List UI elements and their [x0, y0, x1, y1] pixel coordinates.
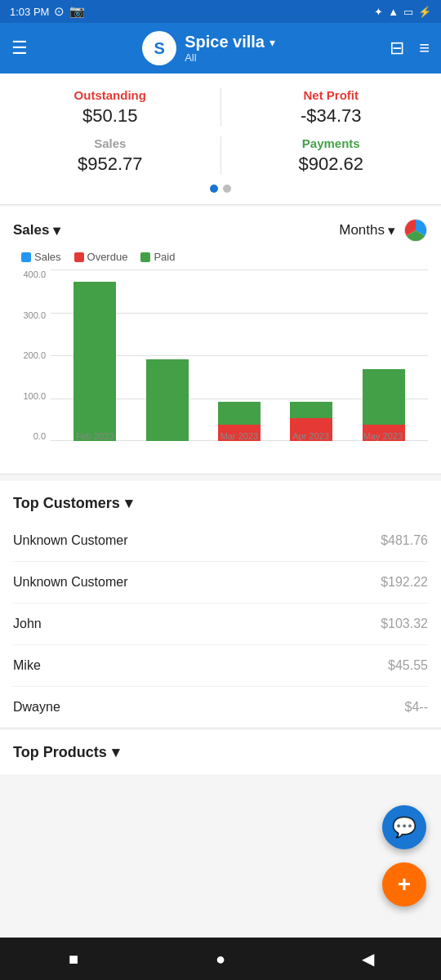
- customer-value-3: $103.32: [381, 617, 428, 631]
- y-label-300: 300.0: [23, 310, 46, 320]
- bar-feb1-paid: [74, 282, 116, 441]
- x-label-apr: Apr 2023: [292, 431, 329, 441]
- payments-value: $902.62: [229, 154, 434, 175]
- customer-value-5: $4--: [405, 700, 428, 715]
- payments-card: Payments $902.62: [220, 136, 442, 175]
- time-display: 1:03 PM: [10, 6, 49, 18]
- top-products-section: Top Products ▾: [0, 730, 441, 774]
- customer-value-4: $45.55: [388, 658, 428, 673]
- video-icon: 📷: [69, 4, 85, 19]
- bottom-navigation-bar: ■ ● ◀: [0, 938, 441, 980]
- top-products-title: Top Products: [13, 744, 107, 761]
- top-navigation: ☰ S Spice villa ▾ All ⊟ ≡: [0, 23, 441, 74]
- bar-mar-paid: [218, 402, 261, 425]
- legend-overdue: Overdue: [74, 251, 128, 263]
- add-fab-icon: +: [398, 871, 411, 898]
- bar-group-feb-1: [74, 282, 116, 441]
- customer-name-2: Unknown Customer: [13, 575, 128, 590]
- chart-header: Sales ▾ Months ▾: [13, 218, 428, 243]
- customer-row-4[interactable]: Mike $45.55: [13, 645, 428, 687]
- back-button[interactable]: ◀: [351, 942, 384, 975]
- bar-apr-paid: [290, 402, 332, 418]
- customer-row-3[interactable]: John $103.32: [13, 604, 428, 645]
- back-icon: ◀: [362, 949, 374, 969]
- dot-1: [210, 185, 218, 193]
- nav-subtitle: All: [185, 51, 275, 64]
- circle-icon: ⊙: [54, 4, 65, 19]
- months-button[interactable]: Months ▾: [339, 222, 395, 239]
- divider-2: [0, 474, 441, 474]
- top-customers-title: Top Customers: [13, 495, 120, 512]
- status-bar-left: 1:03 PM ⊙ 📷: [10, 4, 85, 19]
- outstanding-card: Outstanding $50.15: [0, 88, 220, 127]
- filter-icon[interactable]: ≡: [419, 38, 430, 59]
- customer-value-2: $192.22: [381, 575, 428, 590]
- top-customers-section: Top Customers ▾ Unknown Customer $481.76…: [0, 481, 441, 728]
- x-label-mar: Mar 2023: [220, 431, 258, 441]
- divider-3: [0, 728, 441, 728]
- home-icon: ●: [216, 950, 225, 969]
- legend-sales-label: Sales: [34, 251, 61, 263]
- customer-name-5: Dwayne: [13, 700, 60, 715]
- months-chevron: ▾: [388, 222, 395, 239]
- chart-title-chevron: ▾: [53, 222, 60, 239]
- bar-group-feb-2: [146, 359, 189, 441]
- outstanding-label: Outstanding: [8, 88, 212, 102]
- customer-name-4: Mike: [13, 658, 41, 673]
- customer-row-1[interactable]: Unknown Customer $481.76: [13, 520, 428, 562]
- summary-section: Outstanding $50.15 Net Profit -$34.73 Sa…: [0, 74, 441, 204]
- months-label: Months: [339, 222, 385, 238]
- outstanding-value: $50.15: [8, 105, 212, 127]
- legend-red-dot: [74, 252, 84, 262]
- x-axis-labels: Feb 2023 Feb 2023 Mar 2023 Apr 2023 May …: [51, 431, 428, 441]
- print-icon[interactable]: ⊟: [390, 38, 404, 59]
- nav-title-group: Spice villa ▾ All: [185, 33, 275, 64]
- bluetooth-icon: ✦: [374, 6, 383, 18]
- customer-row-5[interactable]: Dwayne $4--: [13, 687, 428, 728]
- sales-card: Sales $952.77: [0, 136, 220, 175]
- legend-paid: Paid: [140, 251, 175, 263]
- x-label-feb1: Feb 2023: [76, 431, 114, 441]
- chart-title-button[interactable]: Sales ▾: [13, 222, 60, 239]
- stop-button[interactable]: ■: [57, 942, 90, 975]
- avatar: S: [142, 31, 176, 65]
- divider-1: [0, 204, 441, 205]
- net-profit-value: -$34.73: [229, 105, 434, 127]
- pie-chart-icon[interactable]: [403, 218, 428, 243]
- nav-right-icons: ⊟ ≡: [390, 38, 430, 59]
- dot-2: [223, 185, 231, 193]
- payments-label: Payments: [229, 136, 434, 150]
- sales-label: Sales: [8, 136, 212, 150]
- status-bar: 1:03 PM ⊙ 📷 ✦ ▲ ▭ ⚡: [0, 0, 441, 23]
- customer-name-1: Unknown Customer: [13, 533, 128, 548]
- legend-blue-dot: [21, 252, 31, 262]
- customers-title-row[interactable]: Top Customers ▾: [13, 494, 428, 512]
- y-label-0: 0.0: [33, 431, 46, 441]
- chat-fab-button[interactable]: 💬: [382, 805, 426, 849]
- charging-icon: ⚡: [418, 6, 431, 18]
- net-profit-label: Net Profit: [229, 88, 434, 102]
- y-label-100: 100.0: [23, 391, 46, 401]
- nav-center[interactable]: S Spice villa ▾ All: [142, 31, 275, 65]
- page-indicator: [0, 185, 441, 196]
- legend-overdue-label: Overdue: [87, 251, 128, 263]
- summary-row-2: Sales $952.77 Payments $902.62: [0, 136, 441, 175]
- y-label-400: 400.0: [23, 270, 46, 279]
- add-fab-button[interactable]: +: [382, 862, 426, 906]
- home-button[interactable]: ●: [204, 942, 237, 975]
- x-label-may: May 2023: [363, 431, 403, 441]
- products-title-row[interactable]: Top Products ▾: [13, 743, 428, 761]
- sales-value: $952.77: [8, 154, 212, 175]
- customer-value-1: $481.76: [381, 533, 428, 548]
- chart-legend: Sales Overdue Paid: [21, 251, 428, 263]
- bars-container: [51, 270, 428, 441]
- hamburger-menu-icon[interactable]: ☰: [11, 38, 28, 59]
- wifi-icon: ▲: [388, 6, 399, 18]
- y-axis: 400.0 300.0 200.0 100.0 0.0: [13, 270, 49, 441]
- battery-icon: ▭: [403, 6, 413, 18]
- customers-chevron-icon: ▾: [125, 494, 132, 512]
- customer-row-2[interactable]: Unknown Customer $192.22: [13, 562, 428, 604]
- chart-right-controls: Months ▾: [339, 218, 428, 243]
- customer-name-3: John: [13, 617, 42, 631]
- chart-section: Sales ▾ Months ▾ Sales Overdue: [0, 207, 441, 474]
